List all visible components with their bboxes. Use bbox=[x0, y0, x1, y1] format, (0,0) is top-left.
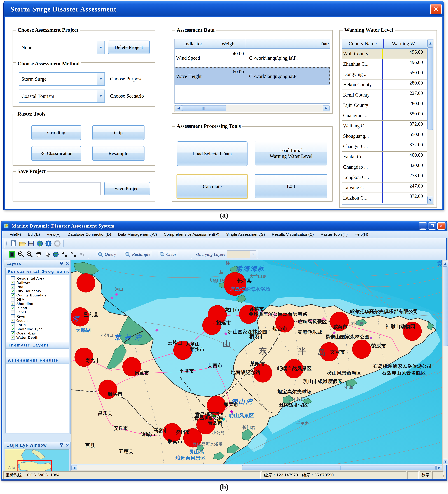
table-row[interactable]: Kenli County227.00 bbox=[342, 90, 427, 100]
minimize-icon[interactable]: ▁ bbox=[419, 222, 427, 230]
assessment-point[interactable] bbox=[75, 348, 93, 367]
scroll-right-icon[interactable]: ► bbox=[323, 105, 330, 111]
close-panel-icon[interactable]: ✕ bbox=[64, 443, 70, 448]
table-row[interactable]: Lijin County280.00 bbox=[342, 100, 427, 111]
layer-item-dem[interactable]: DEM bbox=[11, 297, 69, 301]
scenario-combo[interactable]: Coastal Tourism ▼ bbox=[19, 89, 105, 103]
gridding-button[interactable]: Gridding bbox=[31, 125, 81, 140]
zoom-center-icon[interactable] bbox=[61, 250, 68, 258]
checkbox[interactable]: ✔ bbox=[11, 327, 15, 331]
layer-item-ocean[interactable]: ✔Ocean bbox=[11, 319, 69, 323]
section-fundamental-geographic[interactable]: Fundamental Geographic ... bbox=[6, 268, 69, 275]
menu-results-visualization-c[interactable]: Results Visualization(C) bbox=[268, 231, 317, 238]
load-initial-warning-water-level-button[interactable]: Load Initial Warning Water Level bbox=[255, 141, 327, 165]
rectangle-query-button[interactable]: Rectangle bbox=[124, 251, 152, 258]
assessment-data-table[interactable]: IndicatorWeightDat:Wind Speed40.00C:\wor… bbox=[174, 39, 330, 104]
map-canvas[interactable]: 群岛渤海海峡大竹山岛大黑山岛长岛县庙岛海峡海水浴场黄河河口垦利县天鹅湖莱 州 湾… bbox=[71, 260, 442, 464]
checkbox[interactable]: ✔ bbox=[11, 306, 15, 310]
checkbox[interactable]: ✔ bbox=[11, 289, 15, 293]
drag-handle[interactable] bbox=[90, 252, 91, 257]
vscroll-thumb[interactable] bbox=[427, 47, 433, 130]
menu-database-connection-d[interactable]: Database Connection(D) bbox=[64, 231, 114, 238]
clip-button[interactable]: Clip bbox=[92, 125, 145, 140]
open-folder-icon[interactable] bbox=[19, 240, 26, 247]
menu-comprehensive-assessment-p[interactable]: Comprehensive Assessment(P) bbox=[160, 231, 223, 238]
checkbox[interactable]: ✔ bbox=[11, 285, 15, 289]
cursor-icon[interactable] bbox=[43, 250, 51, 258]
drag-handle[interactable] bbox=[6, 252, 6, 257]
layer-item-shoreline[interactable]: ✔Shoreline bbox=[11, 302, 69, 306]
table-row[interactable]: Yantai Co...400.00 bbox=[342, 152, 427, 162]
menu-edit-e[interactable]: Edit(E) bbox=[25, 231, 43, 238]
section-thematic-layers[interactable]: Thematic Layers bbox=[6, 342, 69, 349]
layer-item-county-boundary[interactable]: ✔County Boundary bbox=[11, 293, 69, 297]
select-extent-icon[interactable] bbox=[9, 250, 16, 258]
drag-handle[interactable] bbox=[6, 241, 7, 246]
reclassification-button[interactable]: Re-Classification bbox=[31, 146, 81, 161]
pan-icon[interactable] bbox=[35, 250, 42, 258]
map-vscrollbar[interactable]: ▲ ▼ bbox=[442, 260, 448, 465]
save-project-button[interactable]: Save Project bbox=[104, 182, 150, 196]
table-row[interactable]: Longkou C...273.00 bbox=[342, 172, 427, 183]
table-row[interactable]: Guangrao ...550.00 bbox=[342, 111, 427, 121]
hscroll-thumb[interactable]: |||| bbox=[182, 105, 226, 111]
layer-item-city-boundary[interactable]: ✔City Boundary bbox=[11, 289, 69, 293]
table-row[interactable]: Zhanhua C...496.00 bbox=[342, 59, 427, 69]
checkbox[interactable] bbox=[11, 297, 15, 301]
checkbox[interactable]: ✔ bbox=[11, 319, 15, 323]
eagle-eye-titlebar[interactable]: Eagle Eye Window ✕ bbox=[4, 442, 70, 449]
table-row[interactable]: Wave Height60.00C:\work\lanqu\pingjia\Pi bbox=[175, 67, 330, 85]
purpose-combo[interactable]: Storm Surge ▼ bbox=[19, 72, 105, 86]
table-row[interactable]: Shouguang...550.00 bbox=[342, 131, 427, 141]
maximize-icon[interactable]: ❒ bbox=[428, 222, 436, 230]
layer-item-earth[interactable]: ✔Earth bbox=[11, 323, 69, 327]
querying-layer-combo[interactable]: ▼ bbox=[227, 250, 256, 258]
zoom-out-icon[interactable] bbox=[26, 250, 33, 258]
layer-item-island[interactable]: ✔Island bbox=[11, 306, 69, 310]
scroll-up-icon[interactable]: ▲ bbox=[443, 260, 448, 266]
map-vscroll-thumb[interactable] bbox=[443, 266, 448, 346]
section-assessment-results[interactable]: Assessment Results bbox=[6, 357, 69, 364]
window-a-titlebar[interactable]: Storm Surge Disaster Assessment ✕ bbox=[4, 1, 444, 17]
assessment-point[interactable] bbox=[77, 273, 95, 292]
assessment-data-hscrollbar[interactable]: ◄ |||| ► bbox=[174, 105, 330, 112]
chevron-down-icon[interactable]: ▼ bbox=[97, 73, 104, 85]
table-row[interactable]: Laizhou C...372.00 bbox=[342, 193, 427, 203]
layers-panel-titlebar[interactable]: Layers ✕ bbox=[4, 260, 70, 267]
save-icon[interactable] bbox=[27, 240, 35, 247]
scroll-up-icon[interactable]: ▲ bbox=[427, 39, 433, 47]
table-row[interactable]: Dongying ...550.00 bbox=[342, 69, 427, 79]
table-row[interactable]: Hekou County280.00 bbox=[342, 79, 427, 90]
layer-item-river[interactable]: River bbox=[11, 314, 69, 318]
layer-item-water-depth[interactable]: ✔Water Depth bbox=[11, 335, 69, 339]
globe-small-icon[interactable] bbox=[52, 250, 60, 258]
warning-table-vscrollbar[interactable]: ▲ ▼ bbox=[427, 39, 434, 205]
globe-icon[interactable] bbox=[36, 240, 43, 247]
menu-data-management-w[interactable]: Data Management(W) bbox=[114, 231, 160, 238]
column-header[interactable]: Dat: bbox=[245, 39, 330, 49]
checkbox[interactable]: ✔ bbox=[11, 323, 15, 327]
layer-item-ocean-earth[interactable]: ✔Ocean-Earth bbox=[11, 331, 69, 335]
query-button[interactable]: Query bbox=[96, 251, 117, 258]
close-panel-icon[interactable]: ✕ bbox=[64, 261, 70, 266]
checkbox[interactable]: ✔ bbox=[11, 293, 15, 297]
map-hscrollbar[interactable]: ◄ |||| ► bbox=[71, 465, 443, 471]
table-row[interactable]: Wind Speed40.00C:\work\lanqu\pingjia\Pi bbox=[175, 49, 330, 67]
new-file-icon[interactable] bbox=[10, 240, 17, 247]
exit-button[interactable]: Exit bbox=[255, 174, 327, 198]
column-header[interactable]: Indicator bbox=[175, 39, 212, 49]
map-hscroll-thumb[interactable]: |||| bbox=[242, 465, 436, 470]
checkbox[interactable] bbox=[11, 310, 15, 314]
column-header[interactable]: County Name bbox=[342, 39, 384, 48]
table-row[interactable]: Changyi C...372.00 bbox=[342, 141, 427, 152]
chevron-down-icon[interactable]: ▼ bbox=[97, 90, 104, 102]
layer-item-label[interactable]: Label bbox=[11, 310, 69, 314]
table-row[interactable]: Weifang C...372.00 bbox=[342, 121, 427, 131]
scroll-down-icon[interactable]: ▼ bbox=[443, 459, 448, 464]
menu-help-h[interactable]: Help(H) bbox=[351, 231, 372, 238]
window-b-titlebar[interactable]: Marine Dynamic Disaster Assessment Syste… bbox=[1, 221, 447, 231]
close-icon[interactable]: ✕ bbox=[430, 4, 442, 14]
resize-grip[interactable]: ⁄⁄ bbox=[444, 473, 445, 478]
layer-item-shoreline-type[interactable]: ✔Shoreline Type bbox=[11, 327, 69, 331]
project-combo[interactable]: None ▼ bbox=[19, 41, 105, 54]
